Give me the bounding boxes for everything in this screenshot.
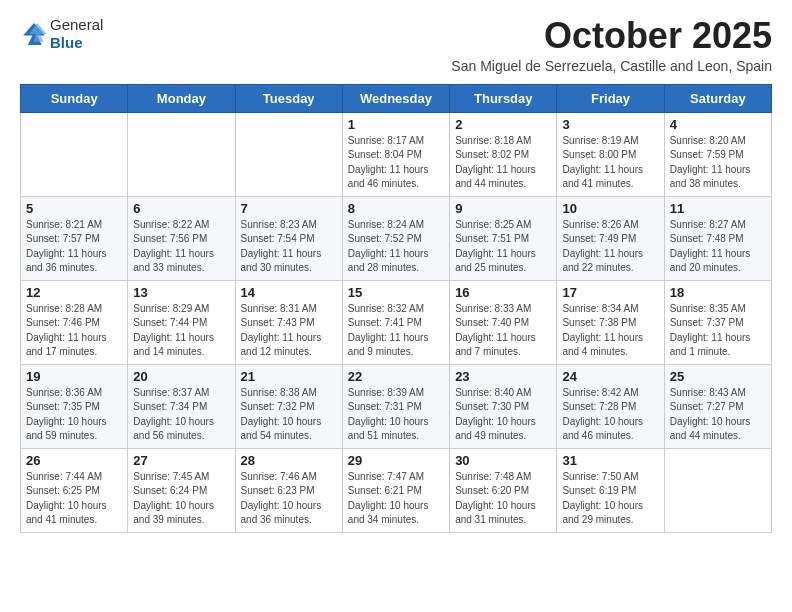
calendar-cell: [21, 112, 128, 196]
weekday-header: Monday: [128, 84, 235, 112]
calendar-cell: 19Sunrise: 8:36 AM Sunset: 7:35 PM Dayli…: [21, 364, 128, 448]
calendar-cell: 29Sunrise: 7:47 AM Sunset: 6:21 PM Dayli…: [342, 448, 449, 532]
day-info: Sunrise: 8:40 AM Sunset: 7:30 PM Dayligh…: [455, 386, 551, 444]
calendar-cell: 9Sunrise: 8:25 AM Sunset: 7:51 PM Daylig…: [450, 196, 557, 280]
day-info: Sunrise: 7:45 AM Sunset: 6:24 PM Dayligh…: [133, 470, 229, 528]
day-number: 26: [26, 453, 122, 468]
day-number: 5: [26, 201, 122, 216]
day-number: 28: [241, 453, 337, 468]
calendar-cell: 15Sunrise: 8:32 AM Sunset: 7:41 PM Dayli…: [342, 280, 449, 364]
day-number: 20: [133, 369, 229, 384]
calendar-cell: 27Sunrise: 7:45 AM Sunset: 6:24 PM Dayli…: [128, 448, 235, 532]
day-info: Sunrise: 8:34 AM Sunset: 7:38 PM Dayligh…: [562, 302, 658, 360]
day-info: Sunrise: 8:38 AM Sunset: 7:32 PM Dayligh…: [241, 386, 337, 444]
calendar-cell: 3Sunrise: 8:19 AM Sunset: 8:00 PM Daylig…: [557, 112, 664, 196]
day-info: Sunrise: 8:25 AM Sunset: 7:51 PM Dayligh…: [455, 218, 551, 276]
day-number: 8: [348, 201, 444, 216]
calendar-cell: 2Sunrise: 8:18 AM Sunset: 8:02 PM Daylig…: [450, 112, 557, 196]
day-info: Sunrise: 8:39 AM Sunset: 7:31 PM Dayligh…: [348, 386, 444, 444]
day-number: 3: [562, 117, 658, 132]
calendar-week-row: 1Sunrise: 8:17 AM Sunset: 8:04 PM Daylig…: [21, 112, 772, 196]
day-number: 9: [455, 201, 551, 216]
day-number: 4: [670, 117, 766, 132]
day-number: 10: [562, 201, 658, 216]
subtitle: San Miguel de Serrezuela, Castille and L…: [451, 58, 772, 74]
day-info: Sunrise: 8:26 AM Sunset: 7:49 PM Dayligh…: [562, 218, 658, 276]
calendar-week-row: 5Sunrise: 8:21 AM Sunset: 7:57 PM Daylig…: [21, 196, 772, 280]
calendar-week-row: 12Sunrise: 8:28 AM Sunset: 7:46 PM Dayli…: [21, 280, 772, 364]
day-number: 31: [562, 453, 658, 468]
logo-text: General Blue: [50, 16, 103, 52]
day-number: 7: [241, 201, 337, 216]
day-info: Sunrise: 8:29 AM Sunset: 7:44 PM Dayligh…: [133, 302, 229, 360]
calendar-cell: 23Sunrise: 8:40 AM Sunset: 7:30 PM Dayli…: [450, 364, 557, 448]
day-info: Sunrise: 8:18 AM Sunset: 8:02 PM Dayligh…: [455, 134, 551, 192]
logo-general: General: [50, 16, 103, 33]
day-number: 1: [348, 117, 444, 132]
day-info: Sunrise: 8:17 AM Sunset: 8:04 PM Dayligh…: [348, 134, 444, 192]
day-number: 21: [241, 369, 337, 384]
day-number: 18: [670, 285, 766, 300]
calendar-cell: 13Sunrise: 8:29 AM Sunset: 7:44 PM Dayli…: [128, 280, 235, 364]
day-info: Sunrise: 7:46 AM Sunset: 6:23 PM Dayligh…: [241, 470, 337, 528]
day-number: 13: [133, 285, 229, 300]
logo-icon: [20, 20, 48, 48]
day-info: Sunrise: 8:19 AM Sunset: 8:00 PM Dayligh…: [562, 134, 658, 192]
day-info: Sunrise: 8:32 AM Sunset: 7:41 PM Dayligh…: [348, 302, 444, 360]
calendar-cell: 18Sunrise: 8:35 AM Sunset: 7:37 PM Dayli…: [664, 280, 771, 364]
day-info: Sunrise: 7:47 AM Sunset: 6:21 PM Dayligh…: [348, 470, 444, 528]
day-number: 14: [241, 285, 337, 300]
calendar-table: SundayMondayTuesdayWednesdayThursdayFrid…: [20, 84, 772, 533]
calendar-cell: 28Sunrise: 7:46 AM Sunset: 6:23 PM Dayli…: [235, 448, 342, 532]
calendar-cell: 22Sunrise: 8:39 AM Sunset: 7:31 PM Dayli…: [342, 364, 449, 448]
day-number: 23: [455, 369, 551, 384]
calendar-cell: [128, 112, 235, 196]
weekday-header: Tuesday: [235, 84, 342, 112]
logo-blue: Blue: [50, 34, 83, 51]
day-info: Sunrise: 8:24 AM Sunset: 7:52 PM Dayligh…: [348, 218, 444, 276]
day-number: 22: [348, 369, 444, 384]
day-info: Sunrise: 8:20 AM Sunset: 7:59 PM Dayligh…: [670, 134, 766, 192]
title-block: October 2025 San Miguel de Serrezuela, C…: [451, 16, 772, 74]
day-number: 11: [670, 201, 766, 216]
logo: General Blue: [20, 16, 103, 52]
day-info: Sunrise: 8:37 AM Sunset: 7:34 PM Dayligh…: [133, 386, 229, 444]
calendar-cell: 6Sunrise: 8:22 AM Sunset: 7:56 PM Daylig…: [128, 196, 235, 280]
month-title: October 2025: [451, 16, 772, 56]
day-info: Sunrise: 8:22 AM Sunset: 7:56 PM Dayligh…: [133, 218, 229, 276]
calendar-cell: 31Sunrise: 7:50 AM Sunset: 6:19 PM Dayli…: [557, 448, 664, 532]
calendar-cell: 14Sunrise: 8:31 AM Sunset: 7:43 PM Dayli…: [235, 280, 342, 364]
day-info: Sunrise: 7:48 AM Sunset: 6:20 PM Dayligh…: [455, 470, 551, 528]
calendar-cell: 12Sunrise: 8:28 AM Sunset: 7:46 PM Dayli…: [21, 280, 128, 364]
calendar-cell: [235, 112, 342, 196]
weekday-header: Thursday: [450, 84, 557, 112]
day-number: 2: [455, 117, 551, 132]
calendar-cell: 24Sunrise: 8:42 AM Sunset: 7:28 PM Dayli…: [557, 364, 664, 448]
day-info: Sunrise: 8:43 AM Sunset: 7:27 PM Dayligh…: [670, 386, 766, 444]
day-number: 29: [348, 453, 444, 468]
calendar-cell: 16Sunrise: 8:33 AM Sunset: 7:40 PM Dayli…: [450, 280, 557, 364]
calendar-cell: 1Sunrise: 8:17 AM Sunset: 8:04 PM Daylig…: [342, 112, 449, 196]
day-number: 25: [670, 369, 766, 384]
header: General Blue October 2025 San Miguel de …: [20, 16, 772, 74]
day-info: Sunrise: 7:50 AM Sunset: 6:19 PM Dayligh…: [562, 470, 658, 528]
page: General Blue October 2025 San Miguel de …: [0, 0, 792, 553]
weekday-header: Friday: [557, 84, 664, 112]
calendar-cell: 26Sunrise: 7:44 AM Sunset: 6:25 PM Dayli…: [21, 448, 128, 532]
calendar-cell: 30Sunrise: 7:48 AM Sunset: 6:20 PM Dayli…: [450, 448, 557, 532]
calendar-cell: 7Sunrise: 8:23 AM Sunset: 7:54 PM Daylig…: [235, 196, 342, 280]
calendar-cell: 17Sunrise: 8:34 AM Sunset: 7:38 PM Dayli…: [557, 280, 664, 364]
weekday-header: Saturday: [664, 84, 771, 112]
calendar-cell: 25Sunrise: 8:43 AM Sunset: 7:27 PM Dayli…: [664, 364, 771, 448]
calendar-cell: 8Sunrise: 8:24 AM Sunset: 7:52 PM Daylig…: [342, 196, 449, 280]
weekday-header: Sunday: [21, 84, 128, 112]
day-info: Sunrise: 8:28 AM Sunset: 7:46 PM Dayligh…: [26, 302, 122, 360]
day-info: Sunrise: 8:27 AM Sunset: 7:48 PM Dayligh…: [670, 218, 766, 276]
calendar-week-row: 26Sunrise: 7:44 AM Sunset: 6:25 PM Dayli…: [21, 448, 772, 532]
calendar-cell: 5Sunrise: 8:21 AM Sunset: 7:57 PM Daylig…: [21, 196, 128, 280]
day-info: Sunrise: 8:42 AM Sunset: 7:28 PM Dayligh…: [562, 386, 658, 444]
day-number: 17: [562, 285, 658, 300]
day-info: Sunrise: 8:21 AM Sunset: 7:57 PM Dayligh…: [26, 218, 122, 276]
day-number: 6: [133, 201, 229, 216]
day-info: Sunrise: 7:44 AM Sunset: 6:25 PM Dayligh…: [26, 470, 122, 528]
